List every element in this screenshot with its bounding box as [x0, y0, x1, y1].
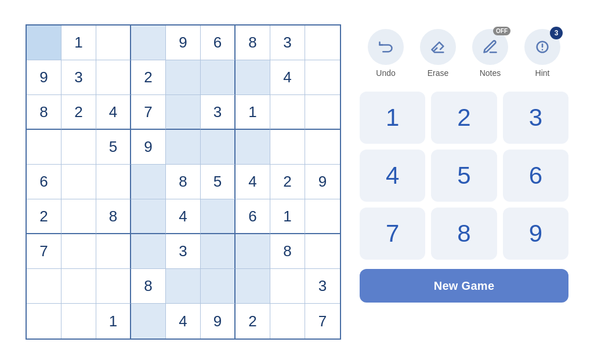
cell-36[interactable]: 6 [27, 165, 61, 199]
num-btn-5[interactable]: 5 [431, 150, 497, 202]
cell-26[interactable] [305, 95, 340, 130]
cell-23[interactable]: 3 [201, 95, 236, 130]
cell-60[interactable] [236, 234, 270, 269]
cell-value-44: 9 [318, 173, 327, 191]
cell-70[interactable] [270, 269, 305, 304]
cell-18[interactable]: 8 [27, 95, 61, 130]
cell-68[interactable] [201, 269, 236, 304]
cell-27[interactable] [27, 130, 61, 165]
cell-32[interactable] [201, 130, 236, 165]
cell-37[interactable] [61, 165, 96, 199]
cell-17[interactable] [305, 60, 340, 95]
cell-13[interactable] [166, 60, 201, 95]
cell-21[interactable]: 7 [131, 95, 166, 130]
cell-39[interactable] [131, 165, 166, 199]
cell-7[interactable]: 3 [270, 26, 305, 60]
cell-33[interactable] [236, 130, 270, 165]
cell-80[interactable]: 7 [305, 304, 340, 338]
cell-66[interactable]: 8 [131, 269, 166, 304]
cell-54[interactable]: 7 [27, 234, 61, 269]
cell-30[interactable]: 9 [131, 130, 166, 165]
cell-77[interactable]: 9 [201, 304, 236, 338]
cell-value-10: 3 [74, 68, 82, 86]
cell-9[interactable]: 9 [27, 60, 61, 95]
cell-52[interactable]: 1 [270, 199, 305, 234]
sudoku-grid[interactable]: 19683932482473159685429284617388314927 [26, 24, 341, 340]
cell-28[interactable] [61, 130, 96, 165]
cell-5[interactable]: 6 [201, 26, 236, 60]
cell-76[interactable]: 4 [166, 304, 201, 338]
cell-61[interactable]: 8 [270, 234, 305, 269]
cell-53[interactable] [305, 199, 340, 234]
cell-74[interactable]: 1 [96, 304, 131, 338]
cell-0[interactable] [27, 26, 61, 60]
cell-35[interactable] [305, 130, 340, 165]
hint-button[interactable]: 3 Hint [524, 29, 560, 78]
cell-3[interactable] [131, 26, 166, 60]
cell-55[interactable] [61, 234, 96, 269]
cell-72[interactable] [27, 304, 61, 338]
cell-71[interactable]: 3 [305, 269, 340, 304]
cell-48[interactable] [131, 199, 166, 234]
cell-41[interactable]: 5 [201, 165, 236, 199]
cell-25[interactable] [270, 95, 305, 130]
cell-56[interactable] [96, 234, 131, 269]
cell-78[interactable]: 2 [236, 304, 270, 338]
undo-button[interactable]: Undo [368, 29, 404, 78]
cell-16[interactable]: 4 [270, 60, 305, 95]
cell-22[interactable] [166, 95, 201, 130]
cell-75[interactable] [131, 304, 166, 338]
cell-40[interactable]: 8 [166, 165, 201, 199]
cell-62[interactable] [305, 234, 340, 269]
cell-43[interactable]: 2 [270, 165, 305, 199]
cell-19[interactable]: 2 [61, 95, 96, 130]
num-btn-8[interactable]: 8 [431, 208, 497, 260]
cell-14[interactable] [201, 60, 236, 95]
cell-34[interactable] [270, 130, 305, 165]
cell-4[interactable]: 9 [166, 26, 201, 60]
cell-65[interactable] [96, 269, 131, 304]
cell-67[interactable] [166, 269, 201, 304]
num-btn-3[interactable]: 3 [503, 92, 568, 144]
cell-73[interactable] [61, 304, 96, 338]
cell-69[interactable] [236, 269, 270, 304]
cell-6[interactable]: 8 [236, 26, 270, 60]
cell-2[interactable] [96, 26, 131, 60]
num-btn-4[interactable]: 4 [360, 150, 425, 202]
num-btn-7[interactable]: 7 [360, 208, 425, 260]
notes-button[interactable]: OFF Notes [472, 29, 508, 78]
cell-11[interactable] [96, 60, 131, 95]
cell-44[interactable]: 9 [305, 165, 340, 199]
cell-51[interactable]: 6 [236, 199, 270, 234]
num-btn-2[interactable]: 2 [431, 92, 497, 144]
cell-50[interactable] [201, 199, 236, 234]
cell-42[interactable]: 4 [236, 165, 270, 199]
num-btn-9[interactable]: 9 [503, 208, 568, 260]
cell-47[interactable]: 8 [96, 199, 131, 234]
cell-8[interactable] [305, 26, 340, 60]
cell-10[interactable]: 3 [61, 60, 96, 95]
cell-29[interactable]: 5 [96, 130, 131, 165]
cell-45[interactable]: 2 [27, 199, 61, 234]
cell-15[interactable] [236, 60, 270, 95]
cell-1[interactable]: 1 [61, 26, 96, 60]
cell-38[interactable] [96, 165, 131, 199]
cell-24[interactable]: 1 [236, 95, 270, 130]
cell-58[interactable]: 3 [166, 234, 201, 269]
cell-20[interactable]: 4 [96, 95, 131, 130]
cell-46[interactable] [61, 199, 96, 234]
cell-63[interactable] [27, 269, 61, 304]
cell-value-52: 1 [283, 208, 291, 225]
cell-59[interactable] [201, 234, 236, 269]
erase-button[interactable]: Erase [420, 29, 456, 78]
cell-79[interactable] [270, 304, 305, 338]
num-btn-6[interactable]: 6 [503, 150, 568, 202]
cell-12[interactable]: 2 [131, 60, 166, 95]
cell-31[interactable] [166, 130, 201, 165]
new-game-button[interactable]: New Game [360, 269, 568, 303]
num-btn-1[interactable]: 1 [360, 92, 425, 144]
cell-64[interactable] [61, 269, 96, 304]
cell-57[interactable] [131, 234, 166, 269]
cell-49[interactable]: 4 [166, 199, 201, 234]
cell-value-7: 3 [283, 34, 291, 52]
